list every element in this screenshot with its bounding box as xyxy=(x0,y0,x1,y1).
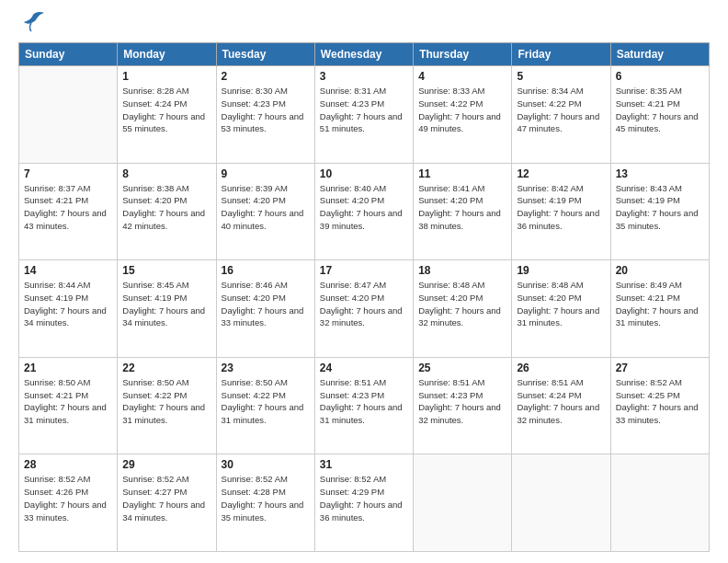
calendar-day-cell: 2Sunrise: 8:30 AMSunset: 4:23 PMDaylight… xyxy=(216,66,314,164)
day-number: 1 xyxy=(122,70,210,83)
day-info: Sunrise: 8:48 AMSunset: 4:20 PMDaylight:… xyxy=(517,279,605,329)
calendar-week-row: 14Sunrise: 8:44 AMSunset: 4:19 PMDayligh… xyxy=(19,260,710,358)
day-number: 28 xyxy=(24,458,112,471)
day-info: Sunrise: 8:50 AMSunset: 4:22 PMDaylight:… xyxy=(222,376,310,427)
calendar-day-cell: 30Sunrise: 8:52 AMSunset: 4:28 PMDayligh… xyxy=(216,454,314,552)
day-info: Sunrise: 8:40 AMSunset: 4:20 PMDaylight:… xyxy=(320,182,408,233)
day-info: Sunrise: 8:48 AMSunset: 4:20 PMDaylight:… xyxy=(418,279,506,329)
day-number: 2 xyxy=(222,70,310,83)
day-number: 9 xyxy=(222,167,310,180)
logo-bird-icon xyxy=(20,11,46,35)
day-number: 18 xyxy=(418,264,506,277)
weekday-header-friday: Friday xyxy=(512,43,610,66)
calendar-day-cell: 24Sunrise: 8:51 AMSunset: 4:23 PMDayligh… xyxy=(314,357,413,454)
day-number: 27 xyxy=(616,362,704,374)
day-info: Sunrise: 8:39 AMSunset: 4:20 PMDaylight:… xyxy=(222,182,310,233)
day-info: Sunrise: 8:28 AMSunset: 4:24 PMDaylight:… xyxy=(122,85,210,135)
calendar-day-cell: 23Sunrise: 8:50 AMSunset: 4:22 PMDayligh… xyxy=(216,357,314,454)
day-info: Sunrise: 8:41 AMSunset: 4:20 PMDaylight:… xyxy=(418,182,506,233)
day-info: Sunrise: 8:43 AMSunset: 4:19 PMDaylight:… xyxy=(616,182,704,233)
calendar-day-cell: 3Sunrise: 8:31 AMSunset: 4:23 PMDaylight… xyxy=(314,66,413,164)
calendar-day-cell: 19Sunrise: 8:48 AMSunset: 4:20 PMDayligh… xyxy=(512,260,610,358)
calendar-day-cell xyxy=(414,454,512,552)
day-info: Sunrise: 8:38 AMSunset: 4:20 PMDaylight:… xyxy=(122,182,210,233)
weekday-header-thursday: Thursday xyxy=(414,43,512,66)
day-number: 14 xyxy=(24,264,112,277)
day-number: 20 xyxy=(616,264,704,277)
calendar-day-cell xyxy=(512,454,610,552)
day-info: Sunrise: 8:50 AMSunset: 4:21 PMDaylight:… xyxy=(24,376,112,427)
calendar-day-cell xyxy=(610,454,709,552)
weekday-header-tuesday: Tuesday xyxy=(216,43,314,66)
logo xyxy=(18,18,46,35)
calendar-day-cell: 13Sunrise: 8:43 AMSunset: 4:19 PMDayligh… xyxy=(610,163,709,260)
day-info: Sunrise: 8:49 AMSunset: 4:21 PMDaylight:… xyxy=(616,279,704,329)
day-info: Sunrise: 8:52 AMSunset: 4:28 PMDaylight:… xyxy=(222,473,310,523)
day-info: Sunrise: 8:51 AMSunset: 4:23 PMDaylight:… xyxy=(320,376,408,427)
calendar-day-cell: 15Sunrise: 8:45 AMSunset: 4:19 PMDayligh… xyxy=(118,260,216,358)
day-info: Sunrise: 8:52 AMSunset: 4:29 PMDaylight:… xyxy=(320,473,408,523)
calendar-day-cell: 17Sunrise: 8:47 AMSunset: 4:20 PMDayligh… xyxy=(314,260,413,358)
day-number: 17 xyxy=(320,264,408,277)
calendar-day-cell xyxy=(19,66,118,164)
calendar-day-cell: 26Sunrise: 8:51 AMSunset: 4:24 PMDayligh… xyxy=(512,357,610,454)
day-number: 11 xyxy=(418,167,506,180)
day-number: 26 xyxy=(517,362,605,374)
day-info: Sunrise: 8:42 AMSunset: 4:19 PMDaylight:… xyxy=(517,182,605,233)
day-number: 29 xyxy=(122,458,210,471)
day-info: Sunrise: 8:52 AMSunset: 4:27 PMDaylight:… xyxy=(122,473,210,523)
day-number: 7 xyxy=(24,167,112,180)
day-number: 30 xyxy=(222,458,310,471)
day-number: 10 xyxy=(320,167,408,180)
day-info: Sunrise: 8:37 AMSunset: 4:21 PMDaylight:… xyxy=(24,182,112,233)
calendar-week-row: 7Sunrise: 8:37 AMSunset: 4:21 PMDaylight… xyxy=(19,163,710,260)
day-info: Sunrise: 8:33 AMSunset: 4:22 PMDaylight:… xyxy=(418,85,506,135)
day-number: 25 xyxy=(418,362,506,374)
calendar-day-cell: 8Sunrise: 8:38 AMSunset: 4:20 PMDaylight… xyxy=(118,163,216,260)
day-info: Sunrise: 8:31 AMSunset: 4:23 PMDaylight:… xyxy=(320,85,408,135)
day-number: 6 xyxy=(616,70,704,83)
day-number: 8 xyxy=(122,167,210,180)
day-number: 3 xyxy=(320,70,408,83)
calendar-day-cell: 10Sunrise: 8:40 AMSunset: 4:20 PMDayligh… xyxy=(314,163,413,260)
calendar-week-row: 28Sunrise: 8:52 AMSunset: 4:26 PMDayligh… xyxy=(19,454,710,552)
day-number: 13 xyxy=(616,167,704,180)
calendar-day-cell: 11Sunrise: 8:41 AMSunset: 4:20 PMDayligh… xyxy=(414,163,512,260)
calendar-day-cell: 18Sunrise: 8:48 AMSunset: 4:20 PMDayligh… xyxy=(414,260,512,358)
calendar-day-cell: 27Sunrise: 8:52 AMSunset: 4:25 PMDayligh… xyxy=(610,357,709,454)
calendar-day-cell: 4Sunrise: 8:33 AMSunset: 4:22 PMDaylight… xyxy=(414,66,512,164)
day-number: 12 xyxy=(517,167,605,180)
day-info: Sunrise: 8:34 AMSunset: 4:22 PMDaylight:… xyxy=(517,85,605,135)
calendar-day-cell: 29Sunrise: 8:52 AMSunset: 4:27 PMDayligh… xyxy=(118,454,216,552)
calendar-week-row: 21Sunrise: 8:50 AMSunset: 4:21 PMDayligh… xyxy=(19,357,710,454)
calendar-header-row: SundayMondayTuesdayWednesdayThursdayFrid… xyxy=(19,43,710,66)
day-number: 22 xyxy=(122,362,210,374)
day-info: Sunrise: 8:46 AMSunset: 4:20 PMDaylight:… xyxy=(222,279,310,329)
calendar-day-cell: 28Sunrise: 8:52 AMSunset: 4:26 PMDayligh… xyxy=(19,454,118,552)
day-number: 16 xyxy=(222,264,310,277)
day-info: Sunrise: 8:51 AMSunset: 4:24 PMDaylight:… xyxy=(517,376,605,427)
calendar-day-cell: 12Sunrise: 8:42 AMSunset: 4:19 PMDayligh… xyxy=(512,163,610,260)
calendar-day-cell: 16Sunrise: 8:46 AMSunset: 4:20 PMDayligh… xyxy=(216,260,314,358)
calendar-table: SundayMondayTuesdayWednesdayThursdayFrid… xyxy=(18,42,710,552)
calendar-day-cell: 5Sunrise: 8:34 AMSunset: 4:22 PMDaylight… xyxy=(512,66,610,164)
weekday-header-sunday: Sunday xyxy=(19,43,118,66)
day-info: Sunrise: 8:51 AMSunset: 4:23 PMDaylight:… xyxy=(418,376,506,427)
calendar-day-cell: 9Sunrise: 8:39 AMSunset: 4:20 PMDaylight… xyxy=(216,163,314,260)
calendar-week-row: 1Sunrise: 8:28 AMSunset: 4:24 PMDaylight… xyxy=(19,66,710,164)
day-info: Sunrise: 8:50 AMSunset: 4:22 PMDaylight:… xyxy=(122,376,210,427)
calendar-day-cell: 7Sunrise: 8:37 AMSunset: 4:21 PMDaylight… xyxy=(19,163,118,260)
calendar-day-cell: 6Sunrise: 8:35 AMSunset: 4:21 PMDaylight… xyxy=(610,66,709,164)
day-info: Sunrise: 8:47 AMSunset: 4:20 PMDaylight:… xyxy=(320,279,408,329)
calendar-day-cell: 22Sunrise: 8:50 AMSunset: 4:22 PMDayligh… xyxy=(118,357,216,454)
calendar-day-cell: 14Sunrise: 8:44 AMSunset: 4:19 PMDayligh… xyxy=(19,260,118,358)
weekday-header-wednesday: Wednesday xyxy=(314,43,413,66)
day-number: 19 xyxy=(517,264,605,277)
day-info: Sunrise: 8:35 AMSunset: 4:21 PMDaylight:… xyxy=(616,85,704,135)
calendar-day-cell: 25Sunrise: 8:51 AMSunset: 4:23 PMDayligh… xyxy=(414,357,512,454)
day-number: 15 xyxy=(122,264,210,277)
day-number: 21 xyxy=(24,362,112,374)
day-number: 4 xyxy=(418,70,506,83)
day-info: Sunrise: 8:45 AMSunset: 4:19 PMDaylight:… xyxy=(122,279,210,329)
calendar-day-cell: 20Sunrise: 8:49 AMSunset: 4:21 PMDayligh… xyxy=(610,260,709,358)
